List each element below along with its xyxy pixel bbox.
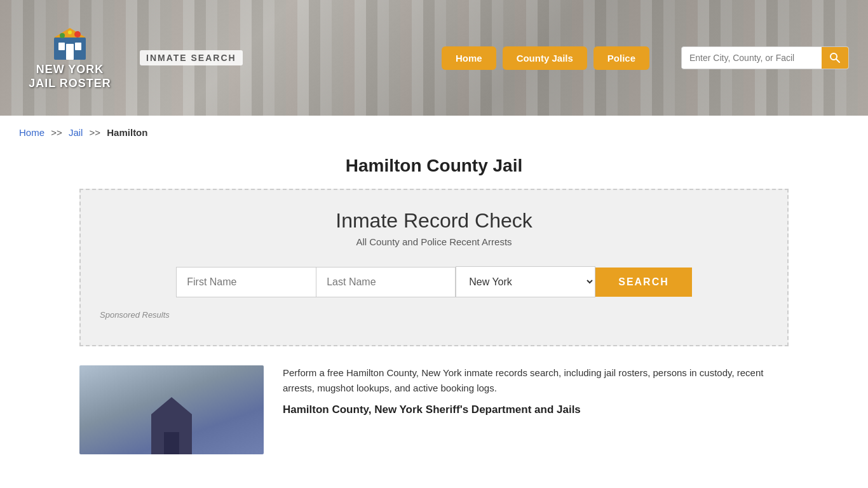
logo-icon — [51, 25, 89, 63]
header-search-input[interactable] — [682, 48, 822, 68]
last-name-input[interactable] — [316, 267, 456, 297]
record-check-box: Inmate Record Check All County and Polic… — [79, 189, 789, 346]
logo-area[interactable]: NEW YORK JAIL ROSTER — [19, 25, 121, 90]
logo-text: NEW YORK JAIL ROSTER — [29, 63, 111, 90]
breadcrumb-current: Hamilton — [107, 127, 147, 138]
svg-rect-4 — [66, 44, 74, 60]
nav-home-button[interactable]: Home — [442, 46, 496, 70]
content-text: Perform a free Hamilton County, New York… — [283, 365, 789, 454]
state-select[interactable]: AlabamaAlaskaArizonaArkansasCaliforniaCo… — [456, 266, 595, 297]
page-title: Hamilton County Jail — [0, 156, 868, 176]
page-title-section: Hamilton County Jail — [0, 149, 868, 189]
record-check-subtitle: All County and Police Recent Arrests — [100, 236, 768, 247]
svg-line-9 — [836, 59, 839, 62]
svg-rect-3 — [75, 43, 81, 50]
header-inner: NEW YORK JAIL ROSTER INMATE SEARCH Home … — [0, 25, 868, 90]
svg-point-5 — [74, 31, 81, 37]
nav-county-jails-button[interactable]: County Jails — [503, 46, 587, 70]
svg-rect-2 — [58, 43, 65, 50]
site-header: NEW YORK JAIL ROSTER INMATE SEARCH Home … — [0, 0, 868, 116]
content-image — [79, 365, 264, 454]
record-check-form: AlabamaAlaskaArizonaArkansasCaliforniaCo… — [100, 266, 768, 297]
breadcrumb-home-link[interactable]: Home — [19, 127, 44, 138]
first-name-input[interactable] — [176, 267, 316, 297]
header-search-bar — [681, 46, 849, 69]
nav-police-button[interactable]: Police — [593, 46, 649, 70]
sponsored-results-label: Sponsored Results — [100, 310, 768, 320]
breadcrumb-sep-1: >> — [51, 127, 62, 138]
breadcrumb-sep-2: >> — [90, 127, 101, 138]
inmate-search-label: INMATE SEARCH — [140, 50, 243, 65]
nav-area: Home County Jails Police — [442, 46, 649, 70]
breadcrumb: Home >> Jail >> Hamilton — [0, 116, 868, 149]
svg-point-7 — [68, 30, 72, 34]
svg-point-6 — [60, 33, 65, 38]
header-search-button[interactable] — [822, 47, 848, 69]
record-search-button[interactable]: SEARCH — [595, 268, 692, 297]
content-section: Perform a free Hamilton County, New York… — [0, 365, 868, 454]
breadcrumb-jail-link[interactable]: Jail — [69, 127, 83, 138]
record-check-title: Inmate Record Check — [100, 209, 768, 233]
content-heading: Hamilton County, New York Sheriff's Depa… — [283, 403, 789, 416]
content-paragraph-1: Perform a free Hamilton County, New York… — [283, 365, 789, 396]
